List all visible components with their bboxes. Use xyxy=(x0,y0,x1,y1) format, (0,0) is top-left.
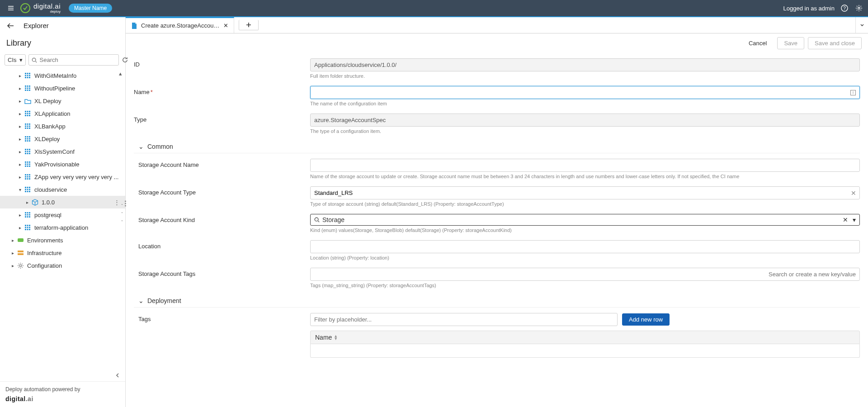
tree-item[interactable]: ▸XLBankApp xyxy=(0,120,125,133)
tab-close-icon[interactable]: ✕ xyxy=(223,22,228,29)
refresh-button[interactable] xyxy=(122,55,128,65)
svg-rect-46 xyxy=(29,138,30,140)
tree-item[interactable]: ▸YakProvisionable xyxy=(0,158,125,170)
tree-twisty-icon[interactable]: ▾ xyxy=(16,186,24,193)
tree-twisty-icon[interactable]: ▸ xyxy=(16,135,24,142)
tree-twisty-icon[interactable]: ▸ xyxy=(16,72,24,79)
folder-icon xyxy=(24,97,32,105)
tree-item[interactable]: ▸ZApp very very very very very ... xyxy=(0,170,125,183)
section-common-label: Common xyxy=(147,143,173,150)
storage-account-type-field[interactable] xyxy=(310,186,860,199)
sidebar-search[interactable] xyxy=(28,54,119,66)
gear-icon xyxy=(16,261,24,270)
tree-item-label: XLApplication xyxy=(34,110,71,117)
grid-icon xyxy=(24,160,32,168)
tree-item[interactable]: ▸XLDeploy xyxy=(0,133,125,145)
dropdown-caret-icon[interactable]: ▾ xyxy=(853,216,856,223)
ci-type-dropdown[interactable]: CIs ▾ xyxy=(5,54,26,66)
clear-icon[interactable]: ✕ xyxy=(851,189,856,197)
storage-account-tags-field[interactable] xyxy=(310,268,860,281)
tree-item[interactable]: ▸Infrastructure xyxy=(0,246,125,259)
tab-label: Create azure.StorageAccountSpec xyxy=(141,22,220,29)
tree-item[interactable]: ▸1.0.0⋮ xyxy=(0,196,125,208)
svg-rect-56 xyxy=(25,153,26,154)
tags-filter-field[interactable] xyxy=(310,313,618,326)
tree-twisty-icon[interactable]: ▸ xyxy=(16,85,24,92)
add-new-row-button[interactable]: Add new row xyxy=(622,313,670,326)
svg-rect-10 xyxy=(29,75,30,76)
tree-twisty-icon[interactable]: ▸ xyxy=(24,199,31,206)
svg-rect-88 xyxy=(29,212,30,213)
tree-item[interactable]: ▸XL Deploy xyxy=(0,95,125,107)
tree-twisty-icon[interactable]: ▸ xyxy=(16,161,24,168)
svg-rect-35 xyxy=(25,126,26,127)
tree-twisty-icon[interactable]: ▸ xyxy=(16,123,24,130)
storage-account-kind-field[interactable]: Storage ✕ ▾ xyxy=(310,214,860,226)
tree-item[interactable]: ▸XlsSystemConf xyxy=(0,145,125,158)
tree-twisty-icon[interactable]: ▸ xyxy=(9,249,16,256)
svg-rect-63 xyxy=(27,164,28,165)
grid-icon xyxy=(24,109,32,118)
tree-item[interactable]: ▾cloudservice xyxy=(0,183,125,196)
tree-item[interactable]: ▸XLApplication xyxy=(0,107,125,120)
tree-twisty-icon[interactable]: ▸ xyxy=(16,211,24,218)
svg-rect-49 xyxy=(29,140,30,142)
tree-twisty-icon[interactable]: ▸ xyxy=(16,173,24,180)
location-field[interactable] xyxy=(310,240,860,253)
tags-label: Tags xyxy=(134,313,310,322)
sort-icon[interactable]: ▲▼ xyxy=(334,335,338,340)
tree-item[interactable]: ▸Environments xyxy=(0,234,125,246)
svg-rect-22 xyxy=(29,90,30,91)
svg-rect-14 xyxy=(25,85,26,87)
svg-rect-73 xyxy=(29,176,30,178)
master-name-badge[interactable]: Master Name xyxy=(69,4,112,13)
svg-rect-84 xyxy=(27,191,28,192)
splitter-dots-icon[interactable] xyxy=(125,201,126,207)
svg-rect-74 xyxy=(25,178,26,180)
svg-rect-12 xyxy=(27,77,28,78)
hamburger-menu-button[interactable] xyxy=(5,2,17,14)
section-common-header[interactable]: ⌄ Common xyxy=(134,140,860,153)
svg-rect-65 xyxy=(25,166,26,167)
save-and-close-button[interactable]: Save and close xyxy=(808,37,862,49)
svg-rect-62 xyxy=(25,164,26,165)
cancel-button[interactable]: Cancel xyxy=(742,37,774,49)
tree-item[interactable]: ▸Configuration xyxy=(0,259,125,272)
tree-item[interactable]: ▸postgresql xyxy=(0,208,125,221)
grid-icon xyxy=(24,135,32,143)
svg-rect-86 xyxy=(25,212,26,213)
name-field[interactable] xyxy=(310,86,860,99)
help-icon[interactable]: ? xyxy=(840,4,849,13)
ci-tree[interactable]: ▴ ▸WithGitMetaInfo▸WithoutPipeline▸XL De… xyxy=(0,69,125,369)
tree-twisty-icon[interactable]: ▸ xyxy=(16,97,24,104)
tags-table-header[interactable]: Name ▲▼ xyxy=(310,331,860,344)
tree-twisty-icon[interactable]: ▸ xyxy=(9,237,16,244)
back-arrow-icon[interactable] xyxy=(6,23,14,29)
svg-rect-6 xyxy=(27,73,28,74)
grid-icon xyxy=(24,147,32,156)
svg-rect-79 xyxy=(29,187,30,188)
storage-account-name-field[interactable] xyxy=(310,159,860,172)
tabs-overflow-icon[interactable] xyxy=(855,17,868,33)
tree-item-label: XLDeploy xyxy=(34,136,60,142)
scroll-up-indicator[interactable]: ▴ xyxy=(116,69,124,77)
save-button[interactable]: Save xyxy=(777,37,804,49)
sidebar-search-input[interactable] xyxy=(40,57,116,63)
tree-item[interactable]: ▸WithGitMetaInfo xyxy=(0,69,125,82)
product-name: digital.ai xyxy=(33,3,61,9)
section-deployment-header[interactable]: ⌄ Deployment xyxy=(134,294,860,308)
add-tab-button[interactable] xyxy=(239,20,259,30)
svg-rect-18 xyxy=(27,88,28,89)
tab-create-storage-account[interactable]: Create azure.StorageAccountSpec ✕ xyxy=(126,17,234,33)
tree-twisty-icon[interactable]: ▸ xyxy=(16,110,24,117)
tree-twisty-icon[interactable]: ▸ xyxy=(16,148,24,155)
svg-rect-48 xyxy=(27,140,28,142)
settings-icon[interactable] xyxy=(854,4,863,13)
svg-rect-72 xyxy=(27,176,28,178)
collapse-sidebar-icon[interactable] xyxy=(114,372,121,379)
tree-twisty-icon[interactable]: ▸ xyxy=(16,224,24,231)
tree-item[interactable]: ▸WithoutPipeline xyxy=(0,82,125,95)
tree-twisty-icon[interactable]: ▸ xyxy=(9,262,16,269)
tree-item[interactable]: ▸terraform-application xyxy=(0,221,125,234)
clear-icon[interactable]: ✕ xyxy=(843,216,848,223)
